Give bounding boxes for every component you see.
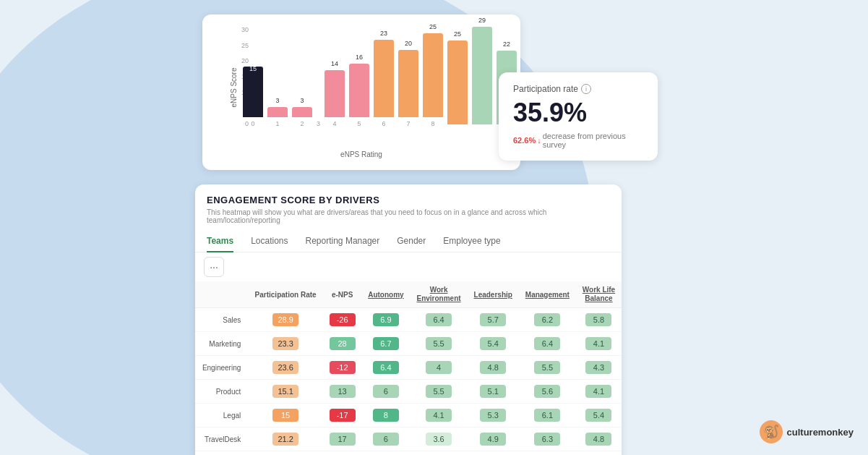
cell: 5.6: [576, 451, 622, 456]
col-work-env: WorkEnvironment: [410, 281, 467, 308]
cell: 28: [323, 332, 361, 356]
cell: 4.3: [576, 356, 622, 380]
bar-10: 29: [472, 27, 492, 124]
bar-4: 14: [325, 70, 345, 117]
bar-col-2: 3 2: [292, 107, 312, 127]
tab-reporting-manager[interactable]: Reporting Manager: [306, 230, 380, 252]
cell: -12: [323, 356, 361, 380]
bar-8: 25: [423, 33, 443, 117]
team-name-traveldesk: TravelDesk: [195, 428, 248, 451]
bar-col-6: 23 6: [374, 40, 394, 127]
cell: 7.1: [361, 451, 410, 456]
cell: 8: [361, 404, 410, 428]
bar-col-7: 20 7: [398, 50, 418, 127]
info-icon[interactable]: i: [581, 84, 591, 94]
cell: 7.3: [519, 451, 576, 456]
cell: 4.1: [576, 380, 622, 404]
engagement-title: ENGAGEMENT SCORE BY DRIVERS: [207, 195, 610, 205]
table-header-row: Participation Rate e-NPS Autonomy WorkEn…: [195, 281, 622, 308]
table-row: Product 15.1 13 6 5.5 5.1 5.6 4.1: [195, 380, 622, 404]
col-participation: Participation Rate: [248, 281, 323, 308]
logo-icon: 🐒: [760, 420, 783, 443]
cell: 4: [410, 356, 467, 380]
cell: 5: [468, 451, 519, 456]
col-leadership: Leadership: [468, 281, 519, 308]
cell: 4.9: [468, 428, 519, 451]
engagement-subtitle: This heatmap will show you what are driv…: [207, 208, 610, 224]
bar-chart-card: eNPS Score 0 5 10 15 20 25 30 15 0: [202, 14, 520, 170]
cell: 3.6: [410, 428, 467, 451]
cell: 15.1: [248, 380, 323, 404]
table-row: Legal 15 -17 8 4.1 5.3 6.1 5.4: [195, 404, 622, 428]
bar-col-10: 29: [472, 27, 492, 127]
cell: -42: [323, 451, 361, 456]
table-row: Marketing 23.3 28 6.7 5.5 5.4 6.4 4.1: [195, 332, 622, 356]
cell: 4.1: [410, 404, 467, 428]
team-name-support: Support: [195, 451, 248, 456]
cell: 15: [248, 404, 323, 428]
cell: 13: [323, 380, 361, 404]
cell: 5.1: [468, 380, 519, 404]
team-name-product: Product: [195, 380, 248, 404]
cell: 5.4: [576, 404, 622, 428]
bar-6: 23: [374, 40, 394, 117]
cell: -26: [323, 308, 361, 332]
cell: 23.3: [248, 332, 323, 356]
cell: 5.6: [519, 380, 576, 404]
bar-5: 16: [349, 64, 369, 117]
table-row: TravelDesk 21.2 17 6 3.6 4.9 6.3 4.8: [195, 428, 622, 451]
col-enps: e-NPS: [323, 281, 361, 308]
tabs-row: Teams Locations Reporting Manager Gender…: [195, 230, 622, 252]
participation-card: Participation rate i 35.9% 62.6% ↓ decre…: [499, 72, 658, 161]
cell: 6.4: [361, 356, 410, 380]
table-body: Sales 28.9 -26 6.9 6.4 5.7 6.2 5.8 Marke…: [195, 308, 622, 456]
cell: 5.4: [468, 332, 519, 356]
bar-col-8: 25 8: [423, 33, 443, 127]
cell: 4.8: [576, 428, 622, 451]
engagement-header: ENGAGEMENT SCORE BY DRIVERS This heatmap…: [195, 184, 622, 230]
cell: 5.5: [410, 332, 467, 356]
heatmap-table: Participation Rate e-NPS Autonomy WorkEn…: [195, 281, 622, 455]
bar-col-4: 14 4: [325, 70, 345, 127]
cell: 5.5: [519, 356, 576, 380]
cell: 5.3: [468, 404, 519, 428]
cell: 23.6: [248, 356, 323, 380]
team-name-engineering: Engineering: [195, 356, 248, 380]
cell: 17: [323, 428, 361, 451]
logo-text: culturemonkey: [787, 427, 854, 438]
settings-button[interactable]: ···: [204, 257, 224, 277]
bar-col-1: 3 1: [267, 107, 288, 127]
cell: 5.3: [410, 451, 467, 456]
tab-gender[interactable]: Gender: [397, 230, 426, 252]
table-row: Sales 28.9 -26 6.9 6.4 5.7 6.2 5.8: [195, 308, 622, 332]
cell: 5.5: [410, 380, 467, 404]
participation-title: Participation rate i: [513, 84, 643, 94]
cell: 6.9: [361, 308, 410, 332]
tab-employee-type[interactable]: Employee type: [443, 230, 500, 252]
cell: 28.9: [248, 308, 323, 332]
cell: 6.4: [410, 308, 467, 332]
col-autonomy: Autonomy: [361, 281, 410, 308]
bar-col-5: 16 5: [349, 64, 369, 127]
bar-col-gap: 3: [317, 114, 320, 127]
main-container: eNPS Score 0 5 10 15 20 25 30 15 0: [0, 0, 868, 455]
participation-value: 35.9%: [513, 98, 643, 127]
cell: 6.1: [519, 404, 576, 428]
tab-locations[interactable]: Locations: [251, 230, 288, 252]
cell: 4.1: [576, 332, 622, 356]
col-management: Management: [519, 281, 576, 308]
table-row: Support 24.2 -42 7.1 5.3 5 7.3 5.6: [195, 451, 622, 456]
bar-7: 20: [398, 50, 418, 117]
bar-9: 25: [447, 41, 468, 124]
cell: 6.7: [361, 332, 410, 356]
bar-0: 15: [243, 67, 263, 117]
chart-area: eNPS Score 0 5 10 15 20 25 30 15 0: [214, 26, 509, 149]
participation-change: 62.6% ↓ decrease from previous survey: [513, 132, 643, 149]
cell: -17: [323, 404, 361, 428]
tab-teams[interactable]: Teams: [207, 230, 233, 252]
col-work-life: Work LifeBalance: [576, 281, 622, 308]
x-axis-title: eNPS Rating: [214, 150, 509, 158]
table-row: Engineering 23.6 -12 6.4 4 4.8 5.5 4.3: [195, 356, 622, 380]
team-name-sales: Sales: [195, 308, 248, 332]
cell: 6: [361, 428, 410, 451]
